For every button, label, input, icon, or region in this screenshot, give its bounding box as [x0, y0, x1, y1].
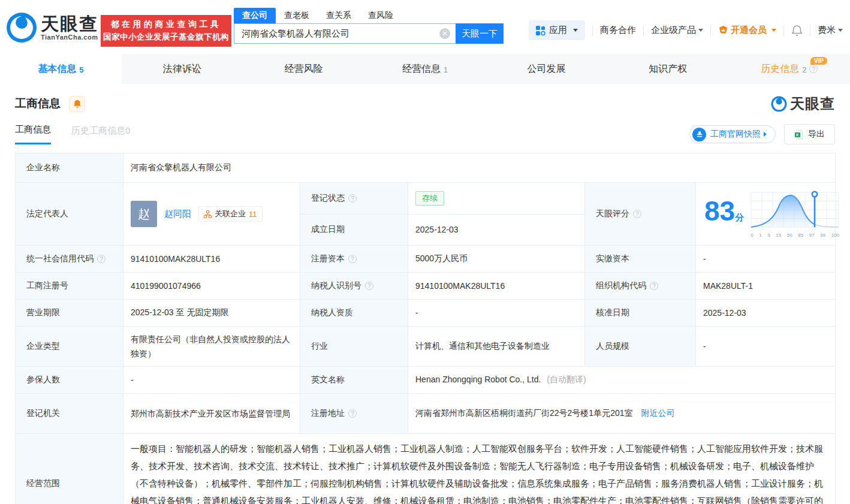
nav-enterprise-products[interactable]: 企业级产品 — [651, 25, 703, 36]
search-tab-relation[interactable]: 查关系 — [318, 8, 360, 23]
user-menu[interactable]: 费米 — [818, 25, 843, 36]
business-term-value: 2025-12-03 至 无固定期限 — [123, 300, 300, 327]
business-scope-label: 经营范围 — [16, 434, 123, 504]
help-icon[interactable]: ? — [650, 282, 658, 290]
label-text: 登记状态 — [311, 193, 345, 204]
search-tab-risk[interactable]: 查风险 — [360, 8, 402, 23]
english-name-value: Henan Zhongqing Robot Co., Ltd. (自动翻译) — [408, 367, 836, 394]
tab-legal[interactable]: 法律诉讼 — [122, 54, 243, 84]
score-label: 天眼评分 ? — [585, 183, 696, 246]
divider — [643, 25, 644, 36]
clear-icon[interactable]: ✕ — [439, 28, 450, 39]
tianyancha-logo[interactable]: 天眼查 TianYanCha.com — [6, 12, 98, 43]
company-name-label: 企业名称 — [16, 153, 123, 183]
score-curve-chart: 01 315 5085 9799 100 — [750, 190, 840, 238]
help-icon[interactable]: ? — [348, 255, 357, 263]
company-name-value: 河南省众擎机器人有限公司 — [123, 153, 836, 183]
reg-number-label: 工商注册号 — [16, 273, 123, 300]
industry-label: 行业 — [300, 327, 408, 367]
legal-rep-avatar[interactable]: 赵 — [131, 201, 157, 227]
tab-operating-info[interactable]: 经营信息 1 — [364, 54, 486, 84]
help-icon[interactable]: ? — [348, 194, 357, 203]
address-text: 河南省郑州市高新区梧桐街道药厂街22号2号楼1单元201室 — [415, 408, 633, 418]
watermark-logo-icon — [771, 96, 787, 112]
official-snapshot-button[interactable]: 工商官网快照 — [689, 125, 776, 143]
staff-size-value: - — [696, 327, 836, 367]
subtab-history-business-info[interactable]: 历史工商信息0 — [71, 125, 130, 144]
help-icon[interactable]: ? — [97, 255, 106, 263]
table-row: 经营范围 一般项目：智能机器人的研发；智能机器人销售；工业机器人销售；工业机器人… — [16, 434, 836, 504]
table-row: 企业类型 有限责任公司（非自然人投资或控股的法人独资） 行业 计算机、通信和其他… — [16, 327, 836, 367]
reg-authority-value: 郑州市高新技术产业开发区市场监督管理局 — [123, 394, 300, 434]
snapshot-stamp-icon — [692, 128, 706, 141]
tab-intellectual-property[interactable]: 知识产权 — [607, 54, 729, 84]
apps-menu[interactable]: 应用 — [529, 20, 585, 40]
org-code-label: 组织机构代码 ? — [585, 273, 696, 300]
taxpayer-quality-label: 纳税人资质 — [300, 300, 408, 327]
chevron-down-icon — [698, 29, 703, 32]
english-name-label: 英文名称 — [300, 367, 408, 394]
table-row: 登记机关 郑州市高新技术产业开发区市场监督管理局 注册地址 ? 河南省郑州市高新… — [16, 394, 836, 434]
top-nav: 应用 商务合作 企业级产品 开通会员 费米 — [529, 20, 843, 40]
tab-count: 2 — [802, 65, 806, 74]
table-row: 营业期限 2025-12-03 至 无固定期限 纳税人资质 - 核准日期 202… — [16, 300, 836, 327]
export-button[interactable]: 导出 — [784, 124, 835, 144]
membership-label: 开通会员 — [731, 25, 767, 36]
help-icon[interactable]: ? — [348, 409, 357, 418]
table-row: 工商注册号 410199001074966 纳税人识别号 ? 91410100M… — [16, 273, 836, 300]
divider — [592, 25, 593, 36]
status-badge: 存续 — [415, 191, 444, 206]
chevron-down-icon — [771, 29, 776, 32]
notification-bell-icon[interactable] — [791, 25, 803, 37]
business-scope-text: 一般项目：智能机器人的研发；智能机器人销售；工业机器人销售；工业机器人制造；人工… — [131, 439, 828, 504]
chevron-down-icon — [573, 29, 578, 32]
taxpayer-id-value: 91410100MAK28ULT16 — [408, 273, 585, 300]
open-membership[interactable]: 开通会员 — [718, 25, 776, 36]
credit-code-label: 统一社会信用代码 ? — [16, 246, 123, 273]
reg-status-label: 登记状态 ? — [300, 183, 408, 215]
help-icon[interactable]: ? — [633, 210, 641, 218]
related-companies-badge[interactable]: 关联企业 11 — [198, 206, 263, 222]
auto-translate-note: (自动翻译) — [547, 375, 586, 384]
label-text: 注册资本 — [311, 253, 345, 264]
apps-grid-icon — [536, 26, 545, 35]
score-number: 83 — [704, 195, 735, 227]
subtab-business-info[interactable]: 工商信息 — [15, 124, 51, 144]
help-icon[interactable]: ? — [365, 282, 373, 290]
divider — [810, 25, 810, 36]
table-row: 参保人数 - 英文名称 Henan Zhongqing Robot Co., L… — [16, 367, 836, 394]
nav-cooperation[interactable]: 商务合作 — [600, 25, 636, 36]
help-icon[interactable]: ? — [809, 65, 818, 73]
arrow-right-icon — [764, 132, 767, 137]
subscribe-bell-icon[interactable] — [69, 96, 85, 112]
search-tabs: 查公司 查老板 查关系 查风险 — [234, 8, 504, 23]
search-button[interactable]: 天眼一下 — [456, 23, 504, 44]
search-tab-boss[interactable]: 查老板 — [276, 8, 318, 23]
watermark-name: 天眼查 — [790, 94, 835, 113]
vip-badge: VIP — [810, 57, 827, 65]
tab-basic-info[interactable]: 基本信息 5 — [0, 54, 122, 84]
tab-count: 1 — [444, 65, 448, 74]
logo-domain: TianYanCha.com — [41, 34, 98, 41]
legal-rep-name-link[interactable]: 赵同阳 — [164, 209, 191, 220]
related-count: 11 — [249, 210, 257, 219]
search-tab-company[interactable]: 查公司 — [234, 8, 276, 23]
staff-size-label: 人员规模 — [585, 327, 696, 367]
nearby-companies-link[interactable]: 附近公司 — [641, 408, 674, 418]
tab-operating-risk[interactable]: 经营风险 — [243, 54, 364, 84]
business-term-label: 营业期限 — [16, 300, 123, 327]
nav-enterprise-label: 企业级产品 — [651, 25, 696, 36]
paid-capital-value: - — [696, 246, 836, 273]
table-row: 企业名称 河南省众擎机器人有限公司 — [16, 153, 836, 183]
industry-value: 计算机、通信和其他电子设备制造业 — [408, 327, 585, 367]
search-input[interactable] — [234, 23, 456, 44]
label-text: 注册地址 — [311, 408, 345, 419]
crown-icon — [718, 25, 728, 35]
reg-capital-value: 5000万人民币 — [408, 246, 585, 273]
table-row: 法定代表人 赵 赵同阳 关联企业 11 登记状态 — [16, 183, 836, 215]
tab-history-info[interactable]: VIP 历史信息 2 ? — [728, 54, 850, 84]
score-pin-icon — [812, 192, 817, 197]
banner-line1: 都在用的商业查询工具 — [101, 19, 231, 30]
tab-company-development[interactable]: 公司发展 — [486, 54, 607, 84]
established-value: 2025-12-03 — [408, 214, 585, 246]
